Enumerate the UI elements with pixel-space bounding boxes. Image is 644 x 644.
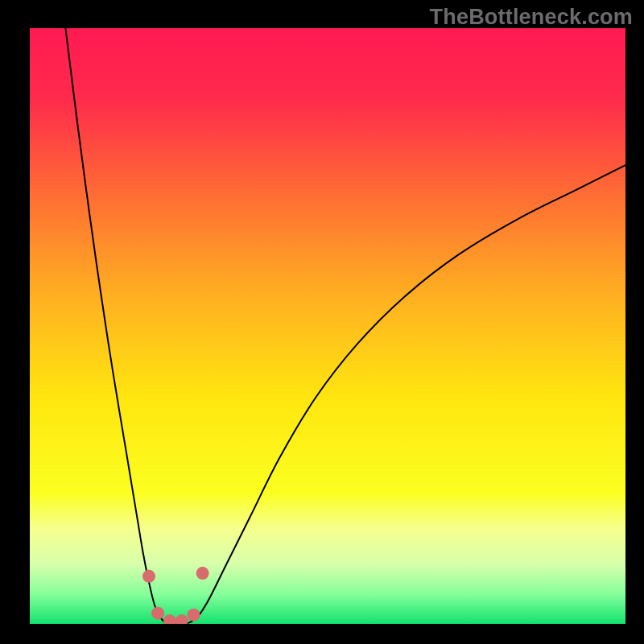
marker-2 [151,607,164,620]
gradient-background [30,28,625,624]
chart-canvas [30,28,625,624]
marker-5 [188,609,200,621]
plot-area [30,28,625,624]
marker-0 [142,570,155,583]
marker-1 [196,567,209,580]
outer-frame: TheBottleneck.com [0,0,644,644]
watermark-label: TheBottleneck.com [430,5,633,30]
